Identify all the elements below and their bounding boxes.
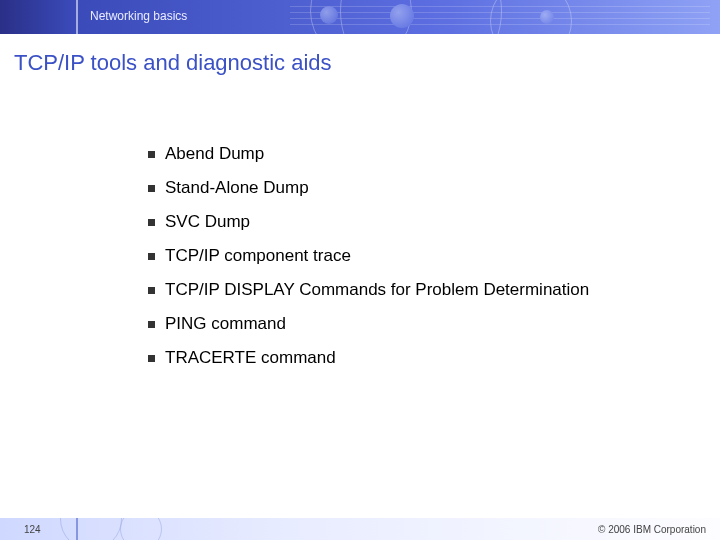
page-number: 124 — [24, 524, 41, 535]
list-item: TRACERTE command — [148, 348, 589, 368]
list-item-label: Stand-Alone Dump — [165, 178, 309, 198]
list-item: TCP/IP component trace — [148, 246, 589, 266]
bullet-icon — [148, 219, 155, 226]
banner-decoration — [280, 0, 720, 34]
list-item: Stand-Alone Dump — [148, 178, 589, 198]
bullet-icon — [148, 287, 155, 294]
bullet-icon — [148, 355, 155, 362]
copyright-text: © 2006 IBM Corporation — [598, 524, 706, 535]
list-item-label: PING command — [165, 314, 286, 334]
list-item: SVC Dump — [148, 212, 589, 232]
slide: Networking basics TCP/IP tools and diagn… — [0, 0, 720, 540]
bullet-icon — [148, 253, 155, 260]
list-item: TCP/IP DISPLAY Commands for Problem Dete… — [148, 280, 589, 300]
header-divider — [76, 0, 78, 34]
bullet-icon — [148, 185, 155, 192]
header-section-label: Networking basics — [90, 9, 187, 23]
header-banner: Networking basics — [0, 0, 720, 34]
footer-decoration — [50, 518, 350, 540]
slide-title: TCP/IP tools and diagnostic aids — [14, 50, 332, 76]
list-item-label: TCP/IP DISPLAY Commands for Problem Dete… — [165, 280, 589, 300]
bullet-icon — [148, 151, 155, 158]
list-item: PING command — [148, 314, 589, 334]
bullet-list: Abend Dump Stand-Alone Dump SVC Dump TCP… — [108, 144, 589, 382]
list-item-label: TCP/IP component trace — [165, 246, 351, 266]
list-item: Abend Dump — [148, 144, 589, 164]
list-item-label: SVC Dump — [165, 212, 250, 232]
bullet-icon — [148, 321, 155, 328]
list-item-label: Abend Dump — [165, 144, 264, 164]
list-item-label: TRACERTE command — [165, 348, 336, 368]
footer-divider — [76, 518, 78, 540]
